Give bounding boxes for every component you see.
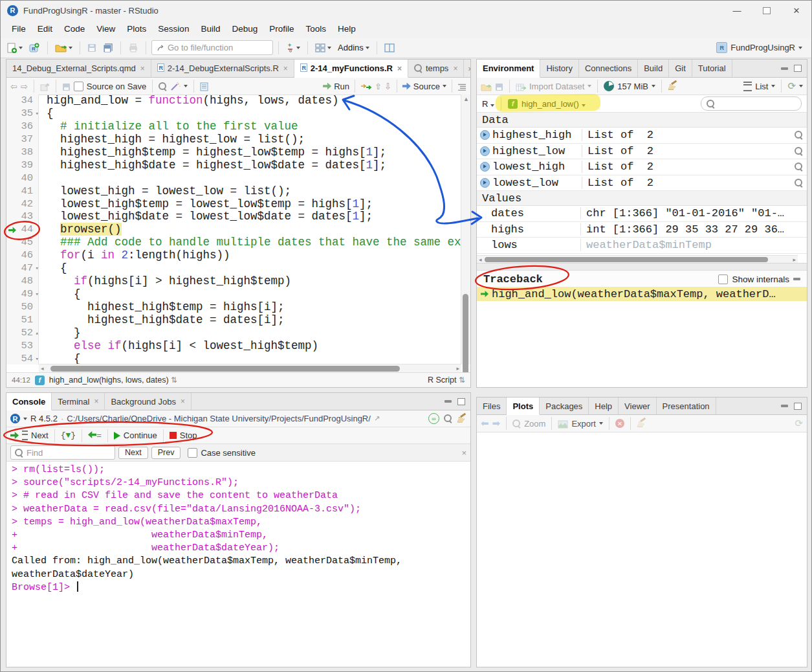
code-line[interactable]: 38 highest_high$temp = highest_low$temp … (6, 146, 461, 159)
pane-maximize-icon[interactable] (794, 403, 802, 410)
tab-environment[interactable]: Environment (477, 60, 540, 78)
step-out-button[interactable]: = (88, 431, 102, 440)
pane-minimize-icon[interactable] (781, 67, 788, 70)
env-row-lowest_high[interactable]: lowest_highList of 2 (477, 159, 807, 175)
new-project-button[interactable]: R (27, 41, 42, 54)
pane-maximize-icon[interactable] (794, 65, 802, 72)
code-line[interactable]: 51 highest_high$date = dates[i]; (6, 314, 461, 327)
popout-icon[interactable] (40, 81, 50, 91)
code-line[interactable]: 42 lowest_high$temp = lowest_low$temp = … (6, 198, 461, 211)
find-prev-button[interactable]: Prev (151, 447, 181, 459)
project-selector[interactable]: R FundProgUsingR (716, 42, 807, 53)
menu-build[interactable]: Build (195, 24, 226, 34)
up-arrow-icon[interactable]: ⇧ (375, 82, 382, 91)
close-tab-icon[interactable]: × (397, 64, 402, 73)
language-selector[interactable]: R (482, 99, 494, 109)
code-line[interactable]: 46 for(i in 2:length(highs)) (6, 249, 461, 262)
fold-marker-icon[interactable]: ▾ (36, 289, 39, 302)
close-tab-icon[interactable]: × (453, 64, 457, 73)
find-input[interactable]: Find (10, 445, 115, 460)
nav-back-icon[interactable]: ⇦ (10, 82, 17, 91)
goto-directory-icon[interactable]: ↗ (374, 414, 380, 423)
inspect-icon[interactable] (790, 179, 807, 187)
tab-overflow-chevron[interactable]: » (464, 60, 471, 77)
code-line[interactable]: 49▾ { (6, 288, 461, 301)
fold-marker-icon[interactable]: ▾ (36, 108, 39, 121)
tab-2-14-myfunctions-r[interactable]: R2-14_myFunctions.R× (294, 60, 408, 78)
tab-14-debug-external-scripts-qmd[interactable]: 14_Debug_External_Scripts.qmd× (6, 60, 151, 77)
code-line[interactable]: 48 if(highs[i] > highest_high$temp) (6, 275, 461, 288)
env-row-lowest_low[interactable]: lowest_lowList of 2 (477, 175, 807, 192)
run-button[interactable]: Run (334, 82, 349, 91)
code-line[interactable]: 44 browser() (6, 223, 461, 236)
code-line[interactable]: 34high_and_low = function(highs, lows, d… (6, 95, 461, 107)
minimize-button[interactable]: — (722, 1, 752, 20)
addins-button[interactable]: Addins (336, 41, 371, 54)
expand-icon[interactable] (480, 130, 490, 140)
menu-help[interactable]: Help (332, 24, 362, 34)
code-line[interactable]: 36 # initialize all to the first value (6, 120, 461, 133)
code-line[interactable]: 37 highest_high = highest_low = list(); (6, 133, 461, 146)
traceback-frame-row[interactable]: high_and_low(weatherData$maxTemp, weathe… (477, 287, 807, 301)
down-arrow-icon[interactable]: ⇩ (384, 82, 391, 91)
source-button[interactable]: Source (413, 82, 440, 91)
save-doc-icon[interactable] (62, 81, 71, 91)
rerun-icon[interactable] (360, 82, 372, 91)
load-workspace-icon[interactable] (481, 81, 492, 91)
doc-type-selector[interactable]: R Script ⇅ (428, 375, 465, 385)
show-internals-checkbox[interactable] (718, 274, 728, 284)
code-line[interactable]: 45 ### Add code to handle multiple dates… (6, 236, 461, 249)
code-line[interactable]: 40 (6, 172, 461, 185)
code-line[interactable]: 50 highest_high$temp = highs[i]; (6, 301, 461, 314)
close-tab-icon[interactable]: × (94, 397, 98, 406)
environment-search-input[interactable] (701, 96, 802, 111)
import-dataset-button[interactable]: Import Dataset (529, 82, 584, 91)
save-workspace-icon[interactable] (495, 81, 503, 91)
code-line[interactable]: 43 lowest_high$date = lowest_low$date = … (6, 210, 461, 223)
tab-viewer[interactable]: Viewer (619, 398, 657, 414)
plot-forward-icon[interactable]: ➡ (492, 418, 501, 429)
code-tools-icon[interactable] (170, 81, 181, 91)
code-editor[interactable]: 34high_and_low = function(highs, lows, d… (6, 95, 461, 364)
save-all-button[interactable] (101, 41, 115, 54)
tab-git[interactable]: Git (669, 60, 692, 77)
menu-profile[interactable]: Profile (263, 24, 300, 34)
tab-console[interactable]: Console (6, 393, 52, 410)
tab-terminal[interactable]: Terminal× (52, 393, 105, 410)
env-row-highest_high[interactable]: highest_highList of 2 (477, 128, 807, 144)
menu-debug[interactable]: Debug (226, 24, 263, 34)
find-next-button[interactable]: Next (118, 447, 148, 459)
code-line[interactable]: 52▴ } (6, 327, 461, 340)
code-line[interactable]: 35▾{ (6, 107, 461, 120)
print-button[interactable] (126, 42, 140, 54)
tab-2-14-debugexternalscripts-r[interactable]: R2-14_DebugExternalScripts.R× (151, 60, 294, 77)
tab-build[interactable]: Build (638, 60, 669, 77)
find-replace-icon[interactable] (159, 82, 167, 91)
code-line[interactable]: 41 lowest_high = lowest_low = list(); (6, 185, 461, 198)
menu-code[interactable]: Code (58, 24, 91, 34)
env-row-lows[interactable]: lowsweatherData$minTemp (477, 238, 807, 254)
menu-edit[interactable]: Edit (32, 24, 58, 34)
console-output[interactable]: > rm(list=ls());> source("scripts/2-14_m… (6, 460, 470, 667)
close-find-icon[interactable]: × (461, 448, 466, 458)
fold-marker-icon[interactable]: ▾ (36, 353, 39, 364)
goto-file-function-input[interactable]: Go to file/function (151, 40, 273, 55)
tab-files[interactable]: Files (477, 398, 507, 414)
menu-file[interactable]: File (6, 24, 32, 34)
tab-connections[interactable]: Connections (579, 60, 638, 77)
pane-minimize-icon[interactable] (444, 400, 452, 403)
tab-history[interactable]: History (540, 60, 578, 77)
env-row-highest_low[interactable]: highest_lowList of 2 (477, 144, 807, 160)
tab-background-jobs[interactable]: Background Jobs× (105, 393, 191, 410)
memory-usage-button[interactable]: 157 MiB (617, 82, 648, 91)
close-tab-icon[interactable]: × (283, 64, 288, 73)
export-button[interactable]: Export (571, 419, 596, 429)
traceback-minimize-icon[interactable] (793, 278, 800, 280)
source-on-save-checkbox[interactable] (74, 82, 83, 91)
code-line[interactable]: 39 highest_high$date = highest_low$date … (6, 159, 461, 172)
menu-view[interactable]: View (91, 24, 121, 34)
outline-icon[interactable] (457, 82, 466, 91)
maximize-button[interactable] (752, 1, 782, 20)
open-file-button[interactable] (53, 42, 74, 54)
stop-button[interactable]: Stop (180, 431, 197, 440)
